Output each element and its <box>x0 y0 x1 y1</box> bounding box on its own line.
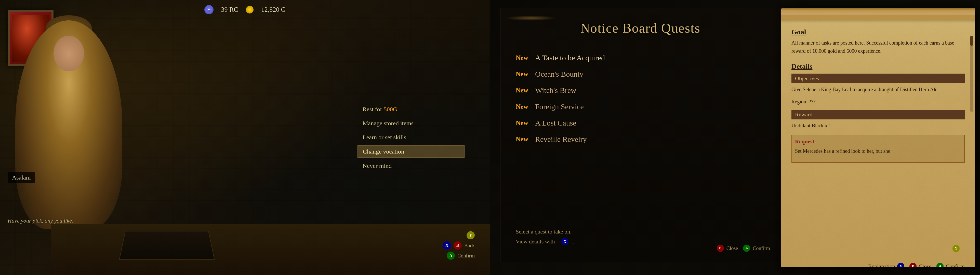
button-hints-left: Y X B Back A Confirm <box>443 231 475 260</box>
b-button-icon: B <box>453 242 462 250</box>
rc-amount: 39 RC <box>221 6 238 13</box>
quest-item-3[interactable]: New Witch's Brew <box>516 86 765 95</box>
npc-figure <box>15 21 122 229</box>
reward-label: Reward <box>795 111 812 118</box>
confirm-label-left: Confirm <box>457 253 475 259</box>
new-badge-5: New <box>516 119 531 127</box>
x-detail-button: X <box>562 238 568 245</box>
details-scroll: Goal All manner of tasks are posted here… <box>781 8 975 267</box>
quest-list: New A Taste to be Acquired New Ocean's B… <box>500 48 780 149</box>
menu-item-skills[interactable]: Learn or set skills <box>358 131 465 143</box>
gold-icon <box>246 6 253 13</box>
hint-b: X B Back <box>443 242 475 250</box>
new-badge-6: New <box>516 135 531 143</box>
y-button-icon: Y <box>466 231 475 239</box>
menu-item-storage[interactable]: Manage stored items <box>358 118 465 129</box>
new-badge-1: New <box>516 54 531 62</box>
scroll-scrollbar-thumb[interactable] <box>970 36 973 46</box>
board-a-button: A <box>743 245 750 252</box>
scroll-close-button[interactable]: B <box>909 263 916 267</box>
new-badge-4: New <box>516 103 531 111</box>
divider-1 <box>800 59 956 59</box>
skills-label: Learn or set skills <box>363 134 406 141</box>
nevermind-label: Never mind <box>363 162 391 169</box>
quest-name-3: Witch's Brew <box>535 86 576 95</box>
request-section: Request Set Mercedes has a refined look … <box>791 135 965 163</box>
notice-board-title-area: Notice Board Quests <box>500 8 780 41</box>
rest-cost: 500G <box>384 106 397 113</box>
vocation-label: Change vocation <box>363 148 404 155</box>
menu-panel: Rest for 500G Manage stored items Learn … <box>358 103 465 172</box>
board-b-button: B <box>717 245 724 252</box>
quest-item-2[interactable]: New Ocean's Bounty <box>516 70 765 78</box>
close-label: Close <box>919 263 931 267</box>
notice-board-heading: Notice Board Quests <box>506 21 775 36</box>
close-btn-row: B Close <box>909 263 931 267</box>
explanation-x-button[interactable]: X <box>897 263 904 267</box>
instruction-line-1: Select a quest to take on. <box>516 227 574 237</box>
board-hint-a: A Confirm <box>743 245 770 252</box>
hint-y: Y <box>466 231 475 239</box>
objectives-bar: Objectives <box>791 73 965 83</box>
instruction-line-2-text: View details with <box>516 237 555 247</box>
quest-item-1[interactable]: New A Taste to be Acquired <box>516 54 765 62</box>
dialogue-line: Have your pick, any you like. <box>8 218 73 224</box>
hint-a: A Confirm <box>447 251 475 260</box>
goal-text: All manner of tasks are posted here. Suc… <box>791 39 965 55</box>
quest-name-4: Foreign Service <box>535 102 584 111</box>
notice-board: Notice Board Quests New A Taste to be Ac… <box>500 8 781 262</box>
region-text: Region: ??? <box>791 97 965 106</box>
request-title: Request <box>795 138 961 145</box>
scroll-y-button: Y <box>953 245 959 252</box>
desk-book <box>119 231 215 260</box>
objectives-text: Give Selene a King Bay Leaf to acquire a… <box>791 85 965 94</box>
objectives-label: Objectives <box>795 75 819 82</box>
menu-item-vocation[interactable]: Change vocation <box>358 145 465 158</box>
scroll-confirm-button[interactable]: A <box>936 263 943 267</box>
a-button-icon: A <box>447 251 455 260</box>
hud-top: ✦ 39 RC 12,820 G <box>204 5 286 14</box>
explanation-btn-row: Explanation X <box>868 263 904 267</box>
confirm-label-scroll: Confirm <box>946 263 965 267</box>
quest-name-5: A Lost Cause <box>535 119 576 127</box>
reward-text: Undulant Black x 1 <box>791 121 965 130</box>
npc-name: Asalam <box>12 174 30 181</box>
scroll-inner: Goal All manner of tasks are posted here… <box>781 21 975 267</box>
goal-title: Goal <box>791 28 965 36</box>
instruction-line-2-row: View details with X . <box>516 237 574 247</box>
npc-face <box>54 36 84 71</box>
reward-bar: Reward <box>791 110 965 119</box>
right-panel: Notice Board Quests New A Taste to be Ac… <box>490 0 980 275</box>
board-close-label: Close <box>727 245 738 251</box>
left-panel: ✦ 39 RC 12,820 G Asalam Have your pick, … <box>0 0 490 275</box>
scroll-ornament-top <box>506 16 557 21</box>
instruction-x-label: . <box>573 237 574 247</box>
menu-item-nevermind[interactable]: Never mind <box>358 160 465 172</box>
board-hint-b: B Close <box>717 245 738 252</box>
quest-name-2: Ocean's Bounty <box>535 70 584 78</box>
scroll-scrollbar[interactable] <box>970 36 973 112</box>
x-button-label: X <box>443 242 451 250</box>
rest-label: Rest for <box>363 106 384 113</box>
request-text: Set Mercedes has a refined look to her, … <box>795 147 961 155</box>
board-bottom-buttons: B Close A Confirm <box>717 245 770 252</box>
dialogue-text: Have your pick, any you like. <box>8 218 73 224</box>
details-title: Details <box>791 62 965 70</box>
quest-name-6: Reveille Revelry <box>535 135 587 144</box>
scroll-bottom-buttons: Explanation X B Close A Confirm <box>868 263 965 267</box>
npc-name-tag: Asalam <box>8 172 35 183</box>
gold-amount: 12,820 G <box>261 6 286 13</box>
npc-body <box>15 21 122 229</box>
menu-item-rest[interactable]: Rest for 500G <box>358 103 465 115</box>
rc-icon: ✦ <box>204 5 213 14</box>
board-instructions: Select a quest to take on. View details … <box>516 227 574 247</box>
quest-item-5[interactable]: New A Lost Cause <box>516 119 765 127</box>
scroll-curl-top <box>781 8 975 21</box>
quest-item-4[interactable]: New Foreign Service <box>516 102 765 111</box>
quest-name-1: A Taste to be Acquired <box>535 54 605 62</box>
new-badge-2: New <box>516 70 531 78</box>
new-badge-3: New <box>516 87 531 94</box>
back-label: Back <box>464 243 475 248</box>
storage-label: Manage stored items <box>363 120 414 127</box>
quest-item-6[interactable]: New Reveille Revelry <box>516 135 765 144</box>
